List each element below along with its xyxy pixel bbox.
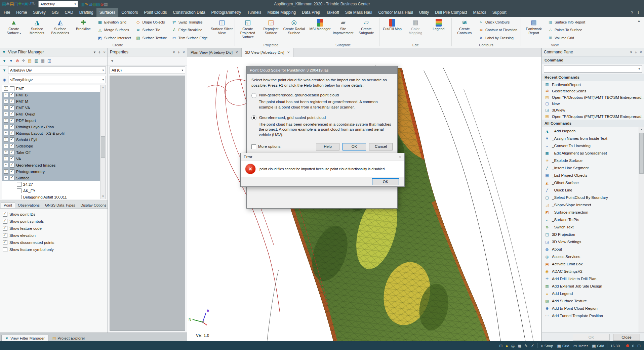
scroll-thumb[interactable] xyxy=(639,133,644,174)
quick-access-icon[interactable]: ▥ xyxy=(81,2,85,7)
expander-icon[interactable]: − xyxy=(4,176,8,180)
tree-row[interactable]: Beläggning Asfalt 100311 xyxy=(2,194,106,199)
scroll-down-icon[interactable]: ▼ xyxy=(100,194,106,199)
filter-toolbar-icon[interactable]: ▤ xyxy=(28,58,32,63)
tree-scrollbar[interactable]: ▲ ▼ xyxy=(100,85,106,199)
menu-tab[interactable]: Tunnels xyxy=(244,8,264,17)
tree-row[interactable]: + Schakt / Fyll xyxy=(2,136,106,143)
help-button[interactable]: Help xyxy=(316,143,339,150)
menu-tab[interactable]: Corridors xyxy=(118,8,141,17)
command-item[interactable]: ▨ Add Surface Texture xyxy=(542,297,639,305)
row-checkbox[interactable] xyxy=(10,163,14,168)
ribbon-small-button[interactable]: ⊞Volume Grid xyxy=(547,35,587,41)
row-checkbox[interactable] xyxy=(17,188,22,193)
close-icon[interactable]: × xyxy=(640,50,642,54)
ribbon-small-button[interactable]: ◩Surface Intersect xyxy=(96,35,132,41)
tree-row[interactable]: AK_FY xyxy=(2,187,106,194)
ribbon-big-button[interactable]: ◮ Surface Members xyxy=(26,17,48,43)
quick-access-icon[interactable]: ▨ xyxy=(96,2,100,7)
tree-row[interactable]: + FMT B xyxy=(2,92,106,98)
pin-icon[interactable]: ↧ xyxy=(634,50,637,54)
expander-icon[interactable]: + xyxy=(4,93,8,97)
row-checkbox[interactable] xyxy=(10,169,14,174)
chevron-down-icon[interactable]: ▾ xyxy=(94,50,96,54)
view-tab[interactable]: Plan View [Arbetsvy Div] × xyxy=(187,48,242,57)
row-checkbox[interactable] xyxy=(10,157,14,161)
command-item[interactable]: ▼ _Assign Names from Inside Text xyxy=(542,135,639,142)
quick-access-icon[interactable]: ↺ xyxy=(28,1,32,6)
docked-panel-tab[interactable]: ▼ View Filter Manager xyxy=(1,335,48,341)
quick-access-icon[interactable]: ⊞ xyxy=(88,2,92,7)
ribbon-big-button[interactable]: Cut/Fill Map xyxy=(381,17,404,43)
recent-command-item[interactable]: ▥ EarthworkReport xyxy=(542,81,644,88)
tree-row[interactable]: 24.27 xyxy=(2,181,106,187)
menu-tab[interactable]: CAD xyxy=(62,8,76,17)
ribbon-small-button[interactable]: ▨Surface Texture xyxy=(134,35,168,41)
command-item[interactable]: ▦ _Edit Alignment as Spreadsheet xyxy=(542,149,639,157)
tree-row[interactable]: + Photogrammetry xyxy=(2,168,106,175)
filter-settings-tab[interactable]: Point xyxy=(1,202,15,208)
menu-tab[interactable]: Point Clouds xyxy=(141,8,170,17)
menu-tab[interactable]: Surfaces xyxy=(96,8,118,17)
command-item[interactable]: ◩ _Surface intersection xyxy=(542,209,639,216)
pin-icon[interactable]: ↧ xyxy=(98,50,101,54)
docked-panel-tab[interactable]: ▤ Project Explorer xyxy=(49,335,88,341)
menu-tab[interactable]: Survey xyxy=(30,8,48,17)
status-icon[interactable]: ● xyxy=(506,344,508,348)
pin-icon[interactable]: ↧ xyxy=(177,50,180,54)
scroll-thumb[interactable] xyxy=(101,136,105,158)
command-item[interactable]: ≡ Add Legend xyxy=(542,290,639,297)
menu-tab[interactable]: Utility xyxy=(416,8,432,17)
recent-command-item[interactable]: ⇄ GeoreferenceScans xyxy=(542,88,644,94)
tree-row[interactable]: + Sideslope xyxy=(2,143,106,149)
quick-access-icon[interactable]: ▣ xyxy=(24,1,28,6)
option-checkbox[interactable] xyxy=(3,226,7,231)
command-item[interactable]: ◮ _Add Isopach xyxy=(542,127,639,135)
tree-row[interactable]: + FMT xyxy=(2,85,106,92)
tree-row[interactable]: + FMT VA xyxy=(2,104,106,111)
menu-tab[interactable]: Drill Pile Compact xyxy=(432,8,470,17)
status-icon[interactable]: ◎ xyxy=(511,344,514,348)
expander-icon[interactable]: + xyxy=(4,144,8,148)
display-option-row[interactable]: Show feature symbol only xyxy=(3,246,105,253)
expander-icon[interactable]: + xyxy=(4,99,8,103)
row-checkbox[interactable] xyxy=(10,99,14,104)
row-checkbox[interactable] xyxy=(10,118,14,123)
row-checkbox[interactable] xyxy=(10,150,14,155)
recent-command-item[interactable]: ▤ Open "F:\Dropbox (FMT)\FMT TBC\SM Entr… xyxy=(542,94,644,100)
command-input-combo[interactable]: ▾ xyxy=(544,65,642,73)
tree-row[interactable]: + FMT M xyxy=(2,98,106,104)
dialog-title-bar[interactable]: Error × xyxy=(241,153,404,161)
ribbon-big-button[interactable]: ◎ Create Radial Surface xyxy=(283,17,306,43)
quick-access-icon[interactable]: ↻ xyxy=(32,1,36,6)
filter-settings-tab[interactable]: Observations xyxy=(15,203,42,208)
ribbon-small-button[interactable]: ⇄Swap Triangles xyxy=(170,19,209,25)
ribbon-small-button[interactable]: ◇Drape Objects xyxy=(134,19,168,25)
radio-non-georeferenced[interactable]: Non-georeferenced, ground-scaled point c… xyxy=(251,93,393,98)
option-checkbox[interactable] xyxy=(3,219,7,224)
chevron-down-icon[interactable]: ▾ xyxy=(173,50,175,54)
row-checkbox[interactable] xyxy=(10,144,14,148)
menu-tab[interactable]: Support xyxy=(489,8,510,17)
menu-tab[interactable]: Drafting xyxy=(76,8,96,17)
close-icon[interactable]: × xyxy=(287,50,290,55)
ribbon-small-button[interactable]: △Merge Surfaces xyxy=(96,27,132,33)
expander-icon[interactable]: + xyxy=(4,169,8,174)
filter-toolbar-icon[interactable]: ▼ xyxy=(9,58,13,63)
quick-access-icon[interactable]: ✎ xyxy=(85,2,88,7)
recent-command-item[interactable]: ◳ 3DView xyxy=(542,107,644,113)
command-item[interactable]: ▢ _Select PointCloud By Boundary xyxy=(542,194,639,201)
command-item[interactable]: ◎ Access Services xyxy=(542,253,639,260)
quick-access-icon[interactable]: ✚ xyxy=(18,1,22,6)
expander-icon[interactable]: + xyxy=(4,131,8,135)
status-icon[interactable]: ✎ xyxy=(524,344,528,348)
ribbon-big-button[interactable]: ▦ Color Mapping xyxy=(404,17,427,43)
quick-access-icon[interactable]: ◳ xyxy=(14,1,18,6)
ribbon-small-button[interactable]: ▥Surface Info Report xyxy=(547,19,587,25)
row-checkbox[interactable] xyxy=(17,182,22,187)
quick-access-icon[interactable]: ▦ xyxy=(2,1,6,6)
status-toggle[interactable]: ▦ Grid xyxy=(557,344,569,348)
status-toggle[interactable]: ▭ Meter xyxy=(573,344,588,348)
close-icon[interactable]: × xyxy=(104,50,106,54)
menu-tab[interactable]: Corridor Mass Haul xyxy=(375,8,416,17)
